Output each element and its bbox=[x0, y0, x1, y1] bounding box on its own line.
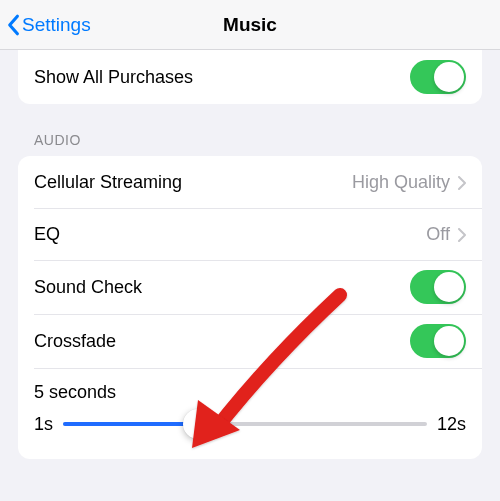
row-crossfade[interactable]: Crossfade bbox=[18, 314, 482, 368]
back-label: Settings bbox=[22, 14, 91, 36]
row-cellular-streaming[interactable]: Cellular Streaming High Quality bbox=[18, 156, 482, 208]
row-label: EQ bbox=[34, 224, 426, 245]
chevron-left-icon bbox=[6, 14, 20, 36]
row-label: Sound Check bbox=[34, 277, 410, 298]
chevron-right-icon bbox=[458, 175, 466, 189]
row-sound-check[interactable]: Sound Check bbox=[18, 260, 482, 314]
row-crossfade-slider: 5 seconds 1s 12s bbox=[18, 368, 482, 459]
slider-value-label: 5 seconds bbox=[34, 382, 466, 403]
crossfade-slider[interactable] bbox=[63, 409, 427, 439]
toggle-crossfade[interactable] bbox=[410, 324, 466, 358]
section-header-audio: Audio bbox=[18, 104, 482, 156]
top-group: Show All Purchases bbox=[18, 50, 482, 104]
chevron-right-icon bbox=[458, 227, 466, 241]
toggle-sound-check[interactable] bbox=[410, 270, 466, 304]
slider-min-label: 1s bbox=[34, 414, 53, 435]
row-show-all-purchases[interactable]: Show All Purchases bbox=[18, 50, 482, 104]
row-eq[interactable]: EQ Off bbox=[18, 208, 482, 260]
toggle-show-all-purchases[interactable] bbox=[410, 60, 466, 94]
back-button[interactable]: Settings bbox=[0, 14, 91, 36]
row-label: Crossfade bbox=[34, 331, 410, 352]
audio-group: Cellular Streaming High Quality EQ Off S… bbox=[18, 156, 482, 459]
slider-thumb[interactable] bbox=[183, 409, 213, 439]
row-detail: High Quality bbox=[352, 172, 450, 193]
row-detail: Off bbox=[426, 224, 450, 245]
row-label: Show All Purchases bbox=[34, 67, 410, 88]
nav-bar: Settings Music bbox=[0, 0, 500, 50]
slider-max-label: 12s bbox=[437, 414, 466, 435]
row-label: Cellular Streaming bbox=[34, 172, 352, 193]
